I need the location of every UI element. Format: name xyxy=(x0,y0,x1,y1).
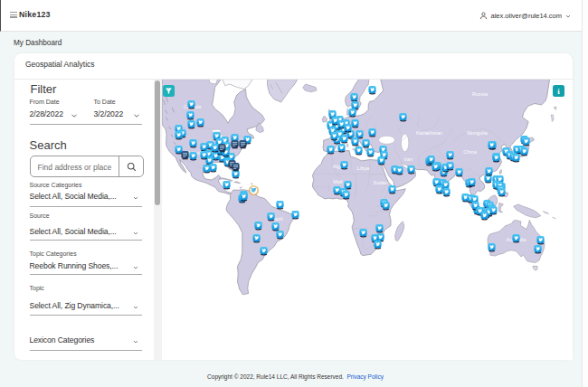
svg-text:Kazakhstan: Kazakhstan xyxy=(415,129,441,135)
svg-text:China: China xyxy=(463,148,478,154)
svg-text:Sudan: Sudan xyxy=(373,179,387,184)
svg-text:Russia: Russia xyxy=(471,90,488,96)
svg-text:Libya: Libya xyxy=(356,165,369,170)
svg-text:Mali: Mali xyxy=(333,178,342,184)
svg-text:Mongolia: Mongolia xyxy=(467,129,488,135)
svg-text:Iran: Iran xyxy=(403,156,413,161)
